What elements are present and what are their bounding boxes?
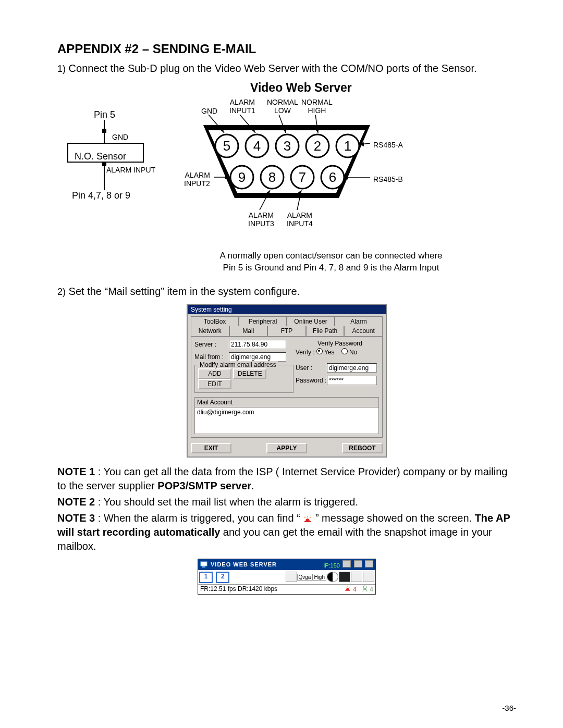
note1-label: NOTE 1 xyxy=(57,466,95,477)
tab-mail[interactable]: Mail xyxy=(229,326,268,336)
settings-icon[interactable] xyxy=(363,572,374,582)
edit-button[interactable]: EDIT xyxy=(198,379,231,389)
svg-point-53 xyxy=(363,586,366,589)
svg-text:6: 6 xyxy=(329,169,336,185)
mailaccount-header: Mail Account xyxy=(194,397,379,407)
note2-text: : You should set the mail list when the … xyxy=(95,496,358,508)
svg-rect-48 xyxy=(202,566,205,567)
mailfrom-label: Mail from : xyxy=(194,353,229,361)
contrast-icon[interactable] xyxy=(327,572,338,582)
user-input[interactable]: digimerge.eng xyxy=(327,363,377,373)
alarm-status-icon xyxy=(344,585,351,591)
tab-alarm[interactable]: Alarm xyxy=(335,316,383,326)
minimize-icon[interactable] xyxy=(342,560,351,567)
mailfrom-input[interactable]: digimerge.eng xyxy=(229,352,286,362)
user-label: User : xyxy=(296,364,327,372)
alarm-count: 4 xyxy=(353,586,357,593)
svg-text:4: 4 xyxy=(253,138,261,154)
high-label: High xyxy=(312,574,326,581)
alarm-icon xyxy=(303,515,312,523)
verify-yes-radio[interactable] xyxy=(316,348,323,354)
video-web-server-window: VIDEO WEB SERVER IP:150 1 2 Qvga High xyxy=(198,559,376,595)
note3-b: ” message showed on the screen. xyxy=(315,512,475,524)
svg-text:1: 1 xyxy=(344,138,351,154)
record-icon[interactable] xyxy=(351,572,362,582)
svg-rect-4 xyxy=(102,162,106,166)
note2-label: NOTE 2 xyxy=(57,496,95,508)
svg-rect-52 xyxy=(345,590,350,591)
figure-caption: A normally open contact/sensor can be co… xyxy=(188,250,474,274)
page-number: -36- xyxy=(502,704,516,712)
note3-label: NOTE 3 xyxy=(57,512,95,524)
tab-online-user[interactable]: Online User xyxy=(287,316,335,326)
note1-c: . xyxy=(251,480,254,491)
close-icon[interactable] xyxy=(365,560,373,567)
maximize-icon[interactable] xyxy=(354,560,362,567)
channel-1-button[interactable]: 1 xyxy=(199,572,213,583)
appendix-heading: APPENDIX #2 – SENDING E-MAIL xyxy=(57,42,516,56)
svg-line-51 xyxy=(349,587,350,588)
diagram-svg: 5 4 3 2 1 9 8 7 6 xyxy=(47,81,495,242)
step1-num: 1) xyxy=(57,64,66,74)
user-status-icon xyxy=(362,585,368,591)
note-3: NOTE 3 : When the alarm is triggered, yo… xyxy=(57,511,516,553)
add-button[interactable]: ADD xyxy=(198,368,231,379)
server-label: Server : xyxy=(194,341,229,348)
verify-label: Verify : xyxy=(296,349,315,356)
svg-text:9: 9 xyxy=(238,169,246,185)
vws-ip: IP:150 xyxy=(323,562,340,569)
qvga-label: Qvga xyxy=(297,574,313,581)
monitor-icon xyxy=(200,561,209,567)
tab-account[interactable]: Account xyxy=(344,326,383,336)
note-2: NOTE 2 : You should set the mail list wh… xyxy=(57,495,516,509)
caption-l2: Pin 5 is Ground and Pin 4, 7, 8 and 9 is… xyxy=(223,263,439,273)
svg-rect-0 xyxy=(68,143,143,162)
exit-button[interactable]: EXIT xyxy=(191,443,231,453)
svg-text:5: 5 xyxy=(223,138,230,154)
reboot-button[interactable]: REBOOT xyxy=(342,443,383,453)
svg-text:3: 3 xyxy=(284,138,291,154)
svg-line-50 xyxy=(345,587,346,588)
system-setting-dialog: System setting ToolBox Peripheral Online… xyxy=(187,304,387,458)
caption-l1: A normally open contact/sensor can be co… xyxy=(219,251,442,261)
password-input[interactable]: ****** xyxy=(327,376,377,385)
note1-a: : You can get all the data from the ISP … xyxy=(57,466,507,491)
server-input[interactable]: 211.75.84.90 xyxy=(229,340,286,349)
tab-peripheral[interactable]: Peripheral xyxy=(239,316,287,326)
verify-yes-text: Yes xyxy=(324,349,335,356)
delete-button[interactable]: DELETE xyxy=(233,368,266,379)
verify-no-radio[interactable] xyxy=(341,348,348,354)
svg-rect-2 xyxy=(102,129,106,133)
tab-ftp[interactable]: FTP xyxy=(267,326,306,336)
tab-filepath[interactable]: File Path xyxy=(306,326,345,336)
step2-num: 2) xyxy=(57,287,66,297)
note1-b: POP3/SMTP server xyxy=(157,480,251,491)
vws-title: VIDEO WEB SERVER xyxy=(211,561,277,567)
apply-button[interactable]: APPLY xyxy=(266,443,307,453)
dialog-titlebar: System setting xyxy=(188,305,386,314)
note3-a: : When the alarm is triggered, you can f… xyxy=(95,512,303,524)
svg-rect-47 xyxy=(201,562,207,566)
tab-toolbox[interactable]: ToolBox xyxy=(191,316,239,326)
step2-text: Set the “Mail setting” item in the syste… xyxy=(69,286,300,297)
modify-legend: Modify alarm email address xyxy=(198,361,278,368)
step-2: 2) Set the “Mail setting” item in the sy… xyxy=(57,285,516,299)
diagram-video-web-server: Video Web Server Pin 5 GND N.O. Sensor A… xyxy=(47,81,495,248)
svg-line-45 xyxy=(310,517,311,518)
mailaccount-list[interactable]: dliu@digimerge.com xyxy=(194,407,379,434)
svg-rect-46 xyxy=(304,521,311,522)
svg-text:7: 7 xyxy=(299,169,306,185)
camera-icon[interactable] xyxy=(339,572,350,582)
step-1: 1) Connect the Sub-D plug on the Video W… xyxy=(57,61,516,76)
status-text: FR:12.51 fps DR:1420 kbps xyxy=(200,585,277,593)
channel-2-button[interactable]: 2 xyxy=(216,572,229,583)
password-label: Password : xyxy=(296,377,327,384)
tab-network[interactable]: Network xyxy=(191,326,229,336)
verify-no-text: No xyxy=(349,349,357,356)
note-1: NOTE 1 : You can get all the data from t… xyxy=(57,465,516,493)
resolution-icon[interactable] xyxy=(286,572,297,582)
svg-text:2: 2 xyxy=(314,138,321,154)
svg-text:8: 8 xyxy=(268,169,276,185)
svg-line-44 xyxy=(304,517,305,518)
verify-title: Verify Password xyxy=(296,340,384,347)
